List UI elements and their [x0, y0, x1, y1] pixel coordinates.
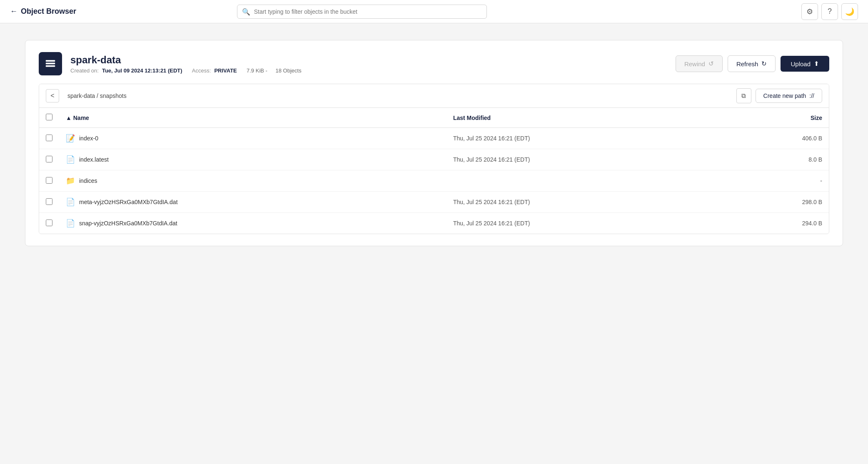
table-row: 📁 indices - — [39, 170, 829, 192]
file-browser: < spark-data / snapshots ⧉ Create new pa… — [39, 84, 829, 234]
file-icon: 📄 — [66, 197, 75, 207]
svg-rect-2 — [46, 65, 55, 67]
table-body: 📝 index-0 Thu, Jul 25 2024 16:21 (EDT) 4… — [39, 128, 829, 234]
file-name: index.latest — [79, 156, 109, 163]
copy-path-button[interactable]: ⧉ — [736, 88, 751, 103]
upload-icon: ⬆ — [814, 60, 819, 67]
file-name: index-0 — [79, 135, 98, 142]
copy-icon: ⧉ — [741, 92, 746, 100]
select-all-checkbox[interactable] — [46, 114, 52, 120]
table-header-row: ▲ Name Last Modified Size — [39, 108, 829, 128]
created-value: Tue, Jul 09 2024 12:13:21 (EDT) — [102, 67, 182, 74]
access-label: Access: — [192, 67, 211, 74]
path-back-icon: < — [50, 92, 54, 100]
table-row: 📄 meta-vyjzOzHSRxGa0MXb7GtdIA.dat Thu, J… — [39, 192, 829, 213]
row-name-cell[interactable]: 📁 indices — [59, 170, 446, 192]
refresh-button[interactable]: Refresh ↻ — [728, 55, 776, 72]
search-icon: 🔍 — [242, 7, 250, 15]
main-content: spark-data Created on: Tue, Jul 09 2024 … — [0, 23, 868, 263]
row-checkbox-3[interactable] — [46, 198, 52, 205]
row-modified-cell: Thu, Jul 25 2024 16:21 (EDT) — [446, 192, 726, 213]
bucket-card: spark-data Created on: Tue, Jul 09 2024 … — [25, 40, 843, 246]
rewind-icon: ↺ — [708, 60, 714, 67]
folder-icon: 📁 — [66, 176, 75, 185]
row-checkbox-cell — [39, 192, 59, 213]
row-checkbox-4[interactable] — [46, 220, 52, 226]
create-path-icon: :// — [809, 92, 814, 99]
moon-icon: 🌙 — [845, 7, 854, 16]
table-head: ▲ Name Last Modified Size — [39, 108, 829, 128]
path-back-button[interactable]: < — [46, 89, 59, 102]
dark-mode-button[interactable]: 🌙 — [841, 3, 858, 20]
row-checkbox-cell — [39, 213, 59, 234]
row-name-cell[interactable]: 📄 index.latest — [59, 149, 446, 170]
row-checkbox-cell — [39, 149, 59, 170]
meta-separator-1 — [186, 67, 189, 74]
current-path: spark-data / snapshots — [63, 90, 732, 102]
file-name: snap-vyjzOzHSRxGa0MXb7GtdIA.dat — [79, 220, 177, 227]
row-checkbox-cell — [39, 170, 59, 192]
file-table: ▲ Name Last Modified Size 📝 — [39, 108, 829, 234]
create-path-button[interactable]: Create new path :// — [756, 89, 822, 103]
gear-icon: ⚙ — [806, 7, 813, 16]
size-header-label: Size — [811, 115, 822, 121]
bucket-meta: Created on: Tue, Jul 09 2024 12:13:21 (E… — [70, 67, 667, 74]
help-button[interactable]: ? — [821, 3, 838, 20]
file-name: meta-vyjzOzHSRxGa0MXb7GtdIA.dat — [79, 199, 178, 205]
meta-separator-2 — [240, 67, 243, 74]
row-modified-cell — [446, 170, 726, 192]
bucket-icon — [39, 52, 62, 75]
row-modified-cell: Thu, Jul 25 2024 16:21 (EDT) — [446, 128, 726, 149]
row-name-cell[interactable]: 📄 meta-vyjzOzHSRxGa0MXb7GtdIA.dat — [59, 192, 446, 213]
row-checkbox-cell — [39, 128, 59, 149]
bucket-objects-count: 18 Objects — [276, 67, 302, 74]
rewind-label: Rewind — [684, 60, 705, 67]
row-checkbox-2[interactable] — [46, 177, 52, 184]
refresh-icon: ↻ — [761, 60, 767, 67]
last-modified-header[interactable]: Last Modified — [446, 108, 726, 128]
row-size-cell: 8.0 B — [726, 149, 829, 170]
name-header-label: Name — [73, 115, 89, 121]
row-name-cell[interactable]: 📄 snap-vyjzOzHSRxGa0MXb7GtdIA.dat — [59, 213, 446, 234]
header: ← Object Browser 🔍 ⚙ ? 🌙 — [0, 0, 868, 23]
app-title: Object Browser — [21, 7, 76, 16]
table-row: 📝 index-0 Thu, Jul 25 2024 16:21 (EDT) 4… — [39, 128, 829, 149]
bucket-buttons: Rewind ↺ Refresh ↻ Upload ⬆ — [676, 55, 829, 72]
rewind-button[interactable]: Rewind ↺ — [676, 55, 723, 72]
last-modified-header-label: Last Modified — [453, 115, 491, 121]
row-checkbox-0[interactable] — [46, 135, 52, 141]
refresh-label: Refresh — [736, 60, 758, 67]
svg-rect-0 — [46, 60, 55, 62]
row-size-cell: 406.0 B — [726, 128, 829, 149]
row-name-cell[interactable]: 📝 index-0 — [59, 128, 446, 149]
table-row: 📄 snap-vyjzOzHSRxGa0MXb7GtdIA.dat Thu, J… — [39, 213, 829, 234]
settings-button[interactable]: ⚙ — [801, 3, 818, 20]
file-text-icon: 📝 — [66, 134, 75, 143]
search-input[interactable] — [237, 5, 487, 19]
table-row: 📄 index.latest Thu, Jul 25 2024 16:21 (E… — [39, 149, 829, 170]
row-size-cell: 298.0 B — [726, 192, 829, 213]
row-checkbox-1[interactable] — [46, 156, 52, 162]
bucket-info: spark-data Created on: Tue, Jul 09 2024 … — [70, 54, 667, 74]
row-size-cell: 294.0 B — [726, 213, 829, 234]
search-bar: 🔍 — [237, 5, 487, 19]
upload-button[interactable]: Upload ⬆ — [781, 56, 829, 72]
bucket-svg-icon — [44, 57, 57, 70]
name-header[interactable]: ▲ Name — [59, 108, 446, 128]
create-path-label: Create new path — [763, 92, 806, 99]
file-name: indices — [79, 177, 97, 184]
file-icon: 📄 — [66, 155, 75, 164]
back-arrow-icon: ← — [10, 7, 17, 16]
bucket-name: spark-data — [70, 54, 667, 66]
bucket-header: spark-data Created on: Tue, Jul 09 2024 … — [39, 52, 829, 75]
sort-asc-icon: ▲ — [66, 115, 73, 121]
row-modified-cell: Thu, Jul 25 2024 16:21 (EDT) — [446, 149, 726, 170]
back-nav[interactable]: ← Object Browser — [10, 7, 76, 16]
upload-label: Upload — [791, 60, 811, 67]
bucket-size: 7.9 KiB - — [247, 67, 267, 74]
size-header[interactable]: Size — [726, 108, 829, 128]
header-actions: ⚙ ? 🌙 — [801, 3, 858, 20]
access-value: PRIVATE — [214, 67, 237, 74]
select-all-header — [39, 108, 59, 128]
created-label: Created on: — [70, 67, 99, 74]
